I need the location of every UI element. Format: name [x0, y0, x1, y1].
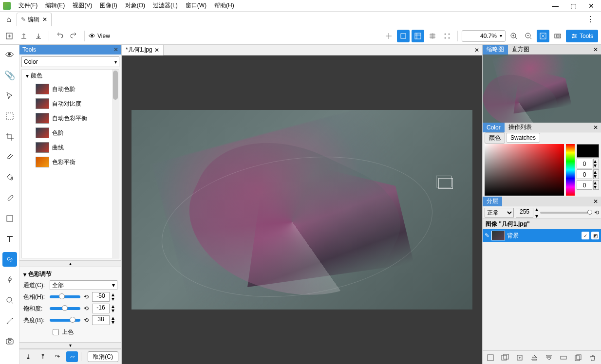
text-tool-icon[interactable]	[2, 232, 17, 246]
rectangle-tool-icon[interactable]	[2, 211, 17, 226]
hue-bar[interactable]	[566, 144, 575, 196]
menu-help[interactable]: 帮助(H)	[210, 0, 238, 11]
hue-stepper[interactable]: ▴▾	[112, 292, 117, 301]
tools-toggle-button[interactable]: Tools	[566, 30, 598, 42]
delete-layer-icon[interactable]	[588, 353, 598, 363]
expand-icon[interactable]	[412, 30, 424, 42]
import-icon[interactable]: ⤒	[37, 351, 49, 362]
tab-actions[interactable]: 操作列表	[505, 123, 536, 132]
panel-collapse-icon[interactable]: ▴	[19, 260, 121, 267]
eye-tool-icon[interactable]: 👁	[2, 48, 17, 62]
crop-tool-icon[interactable]	[2, 129, 17, 144]
list-item[interactable]: 自动色阶	[22, 82, 119, 96]
menu-edit[interactable]: 编辑(E)	[41, 0, 69, 11]
menu-window[interactable]: 窗口(W)	[182, 0, 210, 11]
import-icon[interactable]	[32, 30, 45, 42]
list-item[interactable]: 自动对比度	[22, 96, 119, 111]
subtab-color[interactable]: 颜色	[485, 132, 505, 144]
opacity-input[interactable]: 255	[516, 208, 533, 218]
thumbnail-preview[interactable]	[483, 55, 601, 123]
cancel-button[interactable]: 取消(C)	[88, 351, 118, 362]
bucket-tool-icon[interactable]	[2, 170, 17, 185]
export-icon[interactable]	[18, 30, 30, 42]
subtab-swatches[interactable]: Swatches	[506, 133, 540, 143]
duplicate-layer-icon[interactable]	[515, 353, 525, 363]
layer-lock-icon[interactable]: ◩	[591, 232, 599, 239]
crop-icon[interactable]	[397, 30, 410, 42]
layer-link-icon[interactable]	[559, 353, 568, 363]
saturation-value-input[interactable]: -16	[92, 304, 110, 313]
fit-screen-icon[interactable]	[537, 30, 549, 42]
g-stepper[interactable]: ▴▾	[593, 169, 599, 179]
brightness-stepper[interactable]: ▴▾	[112, 316, 117, 325]
close-icon[interactable]: ✕	[42, 16, 47, 23]
current-color-swatch[interactable]	[577, 144, 599, 158]
b-input[interactable]: 0	[577, 180, 592, 190]
app-tab-edit[interactable]: ✎ 编辑 ✕	[17, 13, 52, 26]
actual-size-icon[interactable]	[551, 30, 564, 42]
document-tab[interactable]: *几何1.jpg ✕	[122, 45, 164, 55]
brush-tool-icon[interactable]	[2, 191, 17, 205]
tab-layers[interactable]: 分层	[483, 197, 502, 206]
list-item[interactable]: 色阶	[22, 126, 119, 140]
opacity-stepper[interactable]: ▴▾	[535, 206, 538, 219]
home-icon[interactable]: ⌂	[2, 15, 16, 24]
undo-icon[interactable]	[53, 30, 66, 42]
tab-histogram[interactable]: 直方图	[508, 45, 533, 55]
scrollbar[interactable]	[112, 70, 119, 258]
colorize-checkbox[interactable]	[53, 329, 59, 335]
b-stepper[interactable]: ▴▾	[593, 180, 599, 190]
close-icon[interactable]: ✕	[154, 47, 159, 54]
close-icon[interactable]: ✕	[471, 47, 482, 54]
eyedropper-tool-icon[interactable]	[2, 150, 17, 164]
zoom-select[interactable]: 40.7% ▾	[462, 30, 506, 42]
link-tool-icon[interactable]	[2, 252, 17, 267]
lightning-tool-icon[interactable]	[2, 273, 17, 287]
menu-file[interactable]: 文件(F)	[15, 0, 41, 11]
menu-view[interactable]: 视图(V)	[69, 0, 96, 11]
channel-select[interactable]: 全部▾	[50, 280, 117, 290]
saturation-stepper[interactable]: ▴▾	[112, 304, 117, 313]
panel-collapse-icon[interactable]: ▾	[19, 342, 121, 349]
canvas-viewport[interactable]	[122, 55, 482, 364]
grid-icon[interactable]	[426, 30, 439, 42]
blend-mode-select[interactable]: 正常	[485, 208, 514, 218]
menu-object[interactable]: 对象(O)	[121, 0, 149, 11]
close-icon[interactable]: ✕	[590, 124, 601, 131]
add-layer-icon[interactable]	[486, 353, 495, 363]
zoom-in-icon[interactable]	[507, 30, 520, 42]
layer-row[interactable]: ✎ 背景 ✓ ◩	[483, 229, 601, 242]
menu-filter[interactable]: 过滤器(L)	[149, 0, 182, 11]
redo-icon[interactable]: ↷	[52, 351, 63, 362]
reset-icon[interactable]: ⟲	[82, 317, 90, 324]
opacity-slider[interactable]	[540, 212, 592, 214]
brightness-value-input[interactable]: 38	[92, 315, 110, 325]
zoom-out-icon[interactable]	[522, 30, 535, 42]
list-item[interactable]: 色彩平衡	[22, 155, 119, 169]
menu-image[interactable]: 图像(I)	[96, 0, 121, 11]
tools-category-select[interactable]: Color ▾	[21, 56, 119, 67]
saturation-slider[interactable]	[50, 307, 80, 310]
brightness-slider[interactable]	[50, 319, 80, 322]
redo-icon[interactable]	[68, 30, 80, 42]
hue-slider[interactable]	[50, 295, 80, 298]
ruler-icon[interactable]	[382, 30, 395, 42]
reset-icon[interactable]: ⟲	[82, 305, 90, 312]
view-label[interactable]: View	[97, 33, 110, 39]
g-input[interactable]: 0	[577, 169, 592, 179]
move-up-icon[interactable]	[529, 353, 539, 363]
attachment-tool-icon[interactable]: 📎	[2, 68, 17, 83]
saturation-value-picker[interactable]	[485, 144, 564, 196]
color-group-toggle[interactable]: ▾ 颜色	[22, 70, 119, 82]
tab-color[interactable]: Color	[483, 123, 505, 132]
new-icon[interactable]	[3, 30, 16, 42]
window-minimize-icon[interactable]: —	[552, 2, 559, 10]
apply-icon[interactable]: ▱	[66, 351, 78, 362]
move-down-icon[interactable]	[544, 353, 554, 363]
close-icon[interactable]: ✕	[590, 198, 601, 205]
overflow-menu-icon[interactable]: ⋮	[582, 15, 599, 24]
marquee-tool-icon[interactable]	[2, 109, 17, 124]
r-stepper[interactable]: ▴▾	[593, 159, 599, 168]
list-item[interactable]: 自动色彩平衡	[22, 111, 119, 126]
zoom-tool-icon[interactable]	[2, 293, 17, 308]
